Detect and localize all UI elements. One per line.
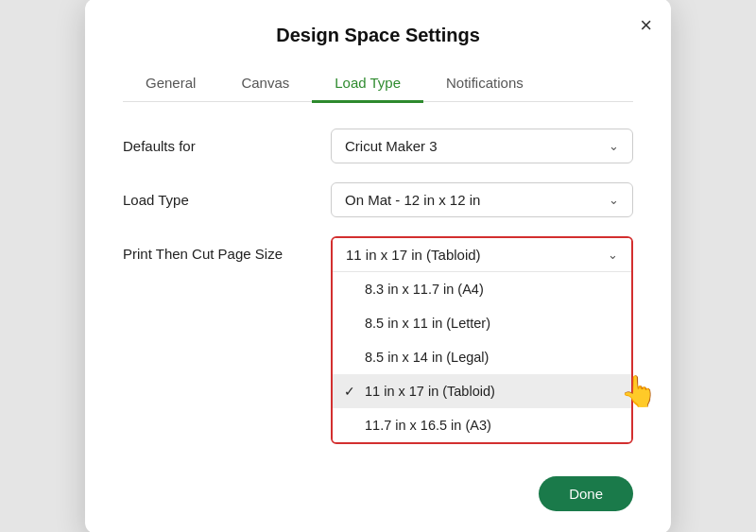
defaults-select[interactable]: Cricut Maker 3 ⌄ <box>331 129 633 163</box>
dropdown-item-legal[interactable]: 8.5 in x 14 in (Legal) <box>333 340 631 374</box>
tab-canvas[interactable]: Canvas <box>218 65 312 103</box>
dropdown-item-a3[interactable]: 11.7 in x 16.5 in (A3) <box>333 408 631 442</box>
load-type-row: Load Type On Mat - 12 in x 12 in ⌄ <box>123 182 633 217</box>
page-size-header[interactable]: 11 in x 17 in (Tabloid) ⌄ <box>333 238 631 272</box>
load-type-select-container: On Mat - 12 in x 12 in ⌄ <box>331 182 633 217</box>
dropdown-list: 8.3 in x 11.7 in (A4) 8.5 in x 11 in (Le… <box>333 272 631 442</box>
cursor-hand-icon: 👆 <box>620 373 658 409</box>
defaults-value: Cricut Maker 3 <box>345 138 438 154</box>
dialog-title: Design Space Settings <box>123 25 633 46</box>
defaults-select-container: Cricut Maker 3 ⌄ <box>331 129 633 163</box>
tab-notifications[interactable]: Notifications <box>423 65 546 103</box>
defaults-row: Defaults for Cricut Maker 3 ⌄ <box>123 129 633 163</box>
close-button[interactable]: × <box>640 15 652 36</box>
chevron-down-icon: ⌄ <box>608 248 618 262</box>
tab-load-type[interactable]: Load Type <box>312 65 423 103</box>
settings-dialog: × Design Space Settings General Canvas L… <box>85 0 671 532</box>
chevron-down-icon: ⌄ <box>609 193 619 207</box>
page-size-select-container: 11 in x 17 in (Tabloid) ⌄ 8.3 in x 11.7 … <box>331 236 633 444</box>
page-size-value: 11 in x 17 in (Tabloid) <box>346 247 481 263</box>
dropdown-item-label: 11 in x 17 in (Tabloid) <box>365 384 495 399</box>
page-size-dropdown: 11 in x 17 in (Tabloid) ⌄ 8.3 in x 11.7 … <box>331 236 633 444</box>
done-button[interactable]: Done <box>539 476 633 511</box>
page-size-label: Print Then Cut Page Size <box>123 236 331 262</box>
chevron-down-icon: ⌄ <box>609 139 619 153</box>
dropdown-item-tabloid[interactable]: 11 in x 17 in (Tabloid) 👆 <box>333 374 631 408</box>
load-type-value: On Mat - 12 in x 12 in <box>345 192 480 208</box>
load-type-select[interactable]: On Mat - 12 in x 12 in ⌄ <box>331 182 633 217</box>
page-size-row: Print Then Cut Page Size 11 in x 17 in (… <box>123 236 633 444</box>
tab-bar: General Canvas Load Type Notifications <box>123 65 633 103</box>
dropdown-item-a4[interactable]: 8.3 in x 11.7 in (A4) <box>333 272 631 306</box>
defaults-label: Defaults for <box>123 138 331 154</box>
dialog-footer: Done <box>123 467 633 511</box>
dropdown-item-letter[interactable]: 8.5 in x 11 in (Letter) <box>333 306 631 340</box>
load-type-label: Load Type <box>123 192 331 208</box>
tab-general[interactable]: General <box>123 65 218 103</box>
